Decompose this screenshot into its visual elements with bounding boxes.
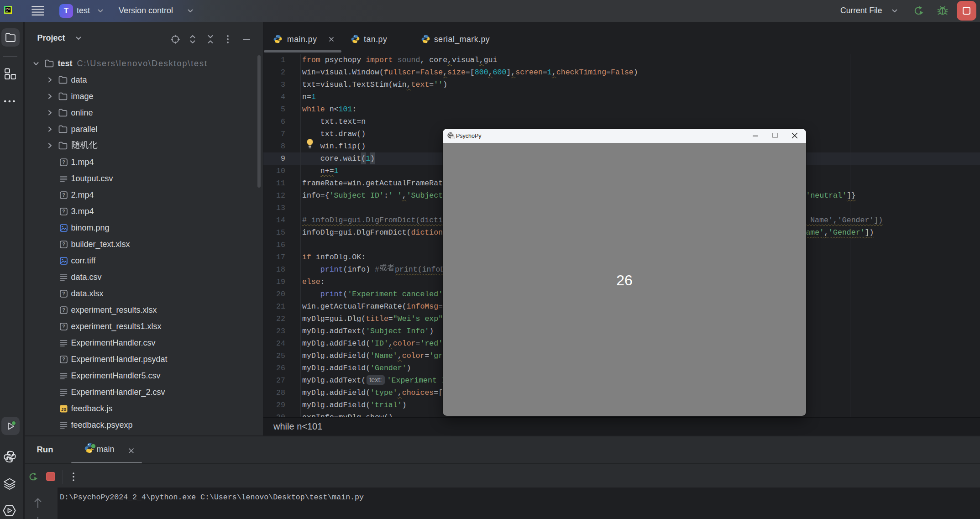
svg-text:?: ? [62, 159, 65, 165]
svg-text:JS: JS [61, 406, 66, 411]
svg-text:?: ? [62, 241, 65, 247]
svg-text:?: ? [62, 291, 65, 296]
svg-text:PC: PC [6, 7, 10, 10]
svg-text:?: ? [62, 307, 65, 313]
svg-text:?: ? [62, 324, 65, 329]
svg-text:?: ? [62, 209, 65, 214]
svg-text:?: ? [62, 356, 65, 362]
svg-text:?: ? [62, 192, 65, 198]
